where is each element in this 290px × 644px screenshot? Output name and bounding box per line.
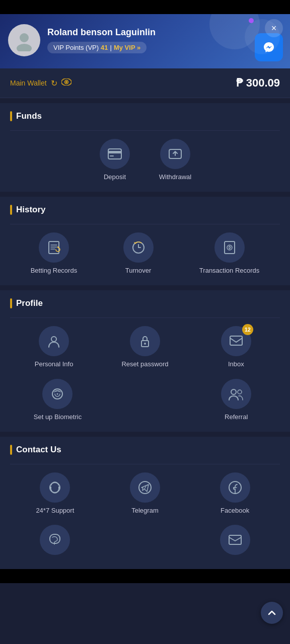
transaction-icon bbox=[223, 240, 237, 255]
profile-header: × Roland benson Laguinlin VIP Points (VP… bbox=[0, 14, 290, 68]
biometric-button[interactable]: Set up Biometric bbox=[34, 379, 82, 422]
telegram-label: Telegram bbox=[131, 507, 158, 515]
inbox-button[interactable]: 12 Inbox bbox=[216, 326, 256, 369]
referral-icon-circle bbox=[221, 379, 251, 409]
svg-point-1 bbox=[17, 44, 32, 51]
referral-icon bbox=[229, 387, 244, 400]
vip-points: 41 bbox=[101, 44, 108, 51]
svg-point-0 bbox=[20, 33, 29, 42]
betting-icon bbox=[47, 240, 61, 255]
reset-password-button[interactable]: Reset password bbox=[121, 326, 168, 369]
bottom-bar bbox=[0, 569, 290, 583]
profile-row2: Set up Biometric Referral bbox=[10, 379, 280, 422]
biometric-icon-circle bbox=[42, 379, 72, 409]
transaction-icon-circle bbox=[214, 232, 245, 263]
funds-section: Funds Deposit Withdrawal bbox=[0, 103, 290, 192]
deposit-label: Deposit bbox=[104, 173, 126, 182]
facebook-label: Facebook bbox=[221, 507, 249, 515]
support-icon-circle bbox=[40, 472, 70, 503]
turnover-icon bbox=[131, 240, 146, 255]
support-button[interactable]: 24*7 Support bbox=[35, 472, 75, 515]
history-title: History bbox=[10, 205, 280, 215]
contact-section: Contact Us 24*7 Support bbox=[0, 437, 290, 570]
profile-name: Roland benson Laguinlin bbox=[47, 27, 282, 38]
funds-title: Funds bbox=[10, 111, 280, 121]
referral-label: Referral bbox=[225, 413, 248, 422]
biometric-label: Set up Biometric bbox=[34, 413, 82, 422]
personal-info-icon-circle bbox=[39, 326, 69, 356]
svg-rect-7 bbox=[108, 151, 121, 153]
telegram-icon bbox=[138, 480, 152, 495]
svg-rect-8 bbox=[110, 155, 114, 156]
svg-point-14 bbox=[51, 337, 56, 342]
personal-info-button[interactable]: Personal Info bbox=[34, 326, 74, 369]
transaction-label: Transaction Records bbox=[199, 267, 259, 275]
svg-point-20 bbox=[231, 389, 236, 394]
svg-rect-6 bbox=[108, 149, 121, 159]
deposit-icon-circle bbox=[100, 139, 130, 169]
inbox-icon bbox=[229, 335, 243, 347]
wallet-label-text: Main Wallet bbox=[10, 79, 47, 87]
top-status-bar bbox=[0, 0, 290, 14]
funds-grid: Deposit Withdrawal bbox=[10, 139, 280, 182]
betting-icon-circle bbox=[39, 232, 69, 263]
scroll-top-button[interactable] bbox=[261, 602, 283, 624]
svg-point-5 bbox=[65, 81, 67, 83]
wallet-section: Main Wallet ↻ ₱ 300.09 bbox=[0, 68, 290, 98]
reset-password-label: Reset password bbox=[121, 360, 168, 369]
viber-icon bbox=[48, 533, 61, 546]
facebook-icon bbox=[228, 480, 242, 495]
deposit-icon bbox=[108, 148, 122, 159]
eye-icon[interactable] bbox=[61, 78, 71, 88]
my-vip-link[interactable]: My VIP » bbox=[114, 44, 140, 51]
vip-badge[interactable]: VIP Points (VP) 41 | My VIP » bbox=[47, 42, 147, 53]
inbox-badge: 12 bbox=[242, 324, 253, 335]
svg-point-21 bbox=[238, 390, 242, 394]
email-button[interactable] bbox=[215, 525, 255, 559]
deposit-button[interactable]: Deposit bbox=[95, 139, 135, 182]
email-icon bbox=[228, 534, 242, 545]
refresh-icon[interactable]: ↻ bbox=[51, 78, 57, 88]
support-label: 24*7 Support bbox=[36, 507, 74, 515]
svg-point-2 bbox=[260, 38, 278, 56]
personal-info-label: Personal Info bbox=[35, 360, 74, 369]
withdrawal-button[interactable]: Withdrawal bbox=[155, 139, 195, 182]
avatar bbox=[8, 24, 40, 56]
svg-rect-26 bbox=[229, 535, 241, 544]
profile-row: Roland benson Laguinlin VIP Points (VP) … bbox=[8, 24, 282, 56]
biometric-icon bbox=[50, 387, 64, 401]
history-grid: Betting Records Turnover bbox=[10, 232, 280, 275]
contact-grid: 24*7 Support Telegram Facebook bbox=[10, 472, 280, 515]
support-icon bbox=[48, 480, 62, 495]
close-button[interactable]: × bbox=[265, 19, 283, 37]
wallet-label: Main Wallet ↻ bbox=[10, 78, 71, 88]
facebook-button[interactable]: Facebook bbox=[215, 472, 255, 515]
viber-button[interactable] bbox=[35, 525, 75, 559]
facebook-icon-circle bbox=[220, 472, 250, 503]
telegram-button[interactable]: Telegram bbox=[125, 472, 165, 515]
notification-dot bbox=[249, 18, 254, 23]
contact-title: Contact Us bbox=[10, 445, 280, 455]
betting-records-button[interactable]: Betting Records bbox=[31, 232, 78, 275]
turnover-button[interactable]: Turnover bbox=[118, 232, 159, 275]
reset-password-icon-circle bbox=[130, 326, 160, 356]
history-section: History Betting Records bbox=[0, 197, 290, 285]
vip-label: VIP Points (VP) bbox=[53, 44, 99, 51]
profile-title: Profile bbox=[10, 298, 280, 308]
messenger-bubble[interactable] bbox=[255, 33, 283, 61]
svg-point-16 bbox=[144, 343, 146, 345]
viber-icon-circle bbox=[40, 525, 70, 555]
svg-point-19 bbox=[57, 393, 58, 394]
svg-rect-12 bbox=[225, 242, 235, 254]
telegram-icon-circle bbox=[130, 472, 160, 503]
reset-password-icon bbox=[138, 334, 152, 348]
profile-info: Roland benson Laguinlin VIP Points (VP) … bbox=[47, 27, 282, 53]
inbox-label: Inbox bbox=[228, 360, 244, 369]
withdrawal-icon bbox=[169, 148, 182, 160]
transaction-records-button[interactable]: Transaction Records bbox=[199, 232, 259, 275]
withdrawal-label: Withdrawal bbox=[159, 173, 191, 182]
contact-row2-partial bbox=[10, 525, 280, 559]
svg-rect-17 bbox=[230, 336, 242, 345]
referral-button[interactable]: Referral bbox=[216, 379, 256, 422]
profile-section: Profile Personal Info Reset password bbox=[0, 290, 290, 432]
